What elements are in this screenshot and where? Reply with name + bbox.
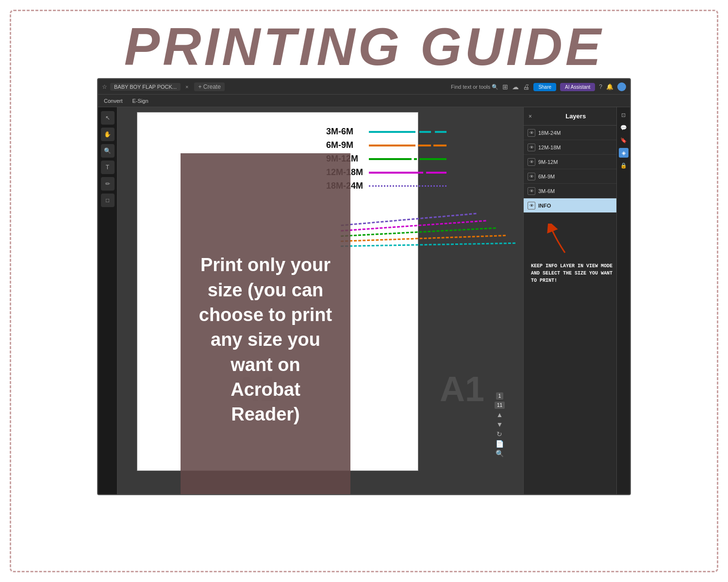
scroll-down-icon[interactable]: ▼ <box>496 420 503 428</box>
shape-tool[interactable]: □ <box>101 194 115 207</box>
lock-icon[interactable]: 🔒 <box>619 161 629 170</box>
screenshot-area: ☆ BABY BOY FLAP POCK... × + Create Find … <box>97 78 631 495</box>
title-area: PRINTING GUIDE <box>11 11 717 78</box>
help-icon: ? <box>599 83 602 90</box>
annotation-area: KEEP INFO LAYER IN VIEW MODE AND SELECT … <box>531 262 613 284</box>
right-icon-bar: ⊡ 💬 🔖 ◈ 🔒 <box>616 107 630 495</box>
size-label-6m9m: 6M-9M <box>326 140 365 150</box>
zoom-tool[interactable]: 🔍 <box>101 144 115 158</box>
user-avatar <box>617 82 626 91</box>
main-content: ↖ ✋ 🔍 T ✏ □ 3M-6M 6M-9M <box>98 107 630 495</box>
text-tool[interactable]: T <box>101 161 115 174</box>
hand-tool[interactable]: ✋ <box>101 128 115 141</box>
line-12m18m <box>369 172 447 174</box>
current-page: 1 <box>496 392 504 400</box>
outer-frame: PRINTING GUIDE ☆ BABY BOY FLAP POCK... ×… <box>10 10 718 572</box>
layer-name-18m24m: 18M-24M <box>538 130 626 136</box>
overlay-text-box: Print only your size (you can choose to … <box>181 153 350 495</box>
layer-info[interactable]: 👁 INFO <box>524 198 630 213</box>
share-button[interactable]: Share <box>533 83 556 91</box>
canvas-area: 3M-6M 6M-9M 9M-12M 12M-18M <box>117 107 523 495</box>
line-18m24m <box>369 185 447 187</box>
layer-12m18m[interactable]: 👁 12M-18M <box>524 140 630 155</box>
layer-name-info: INFO <box>538 203 626 209</box>
layer-eye-9m12m[interactable]: 👁 <box>528 158 535 166</box>
grid-icon: ⊞ <box>502 83 508 91</box>
layers-panel-header: × Layers ... <box>524 107 630 126</box>
star-icon: ☆ <box>102 83 107 90</box>
topbar-right: Find text or tools 🔍 ⊞ ☁ 🖨 Share AI Assi… <box>451 79 626 95</box>
watermark-a1-right: A1 <box>440 369 484 409</box>
line-6m9m <box>369 145 447 146</box>
tab-close-button[interactable]: × <box>185 84 188 90</box>
size-label-3m6m: 3M-6M <box>326 127 365 137</box>
layer-eye-3m6m[interactable]: 👁 <box>528 187 535 195</box>
layer-name-3m6m: 3M-6M <box>538 188 626 194</box>
left-toolbar: ↖ ✋ 🔍 T ✏ □ <box>98 107 117 495</box>
layer-18m24m[interactable]: 👁 18M-24M <box>524 126 630 140</box>
bookmark-icon[interactable]: 🔖 <box>619 135 629 145</box>
layers-panel: ⊡ 💬 🔖 ◈ 🔒 × Layers ... 👁 18M-24M <box>523 107 630 495</box>
layers-icon[interactable]: ◈ <box>619 148 629 158</box>
tab-area: ☆ BABY BOY FLAP POCK... × + Create <box>102 82 225 91</box>
layer-eye-12m18m[interactable]: 👁 <box>528 144 535 151</box>
layer-eye-6m9m[interactable]: 👁 <box>528 173 535 180</box>
line-9m12m <box>369 158 447 160</box>
zoom-in-icon[interactable]: 🔍 <box>496 450 504 457</box>
comment-icon[interactable]: 💬 <box>619 123 629 132</box>
layers-close-button[interactable]: × <box>529 113 532 120</box>
overlay-text: Print only your size (you can choose to … <box>195 253 336 427</box>
bell-icon: 🔔 <box>606 83 613 90</box>
annotation-text: KEEP INFO LAYER IN VIEW MODE AND SELECT … <box>531 262 613 284</box>
tab-add-button[interactable]: + Create <box>194 82 224 91</box>
pattern-lines <box>341 219 515 250</box>
select-tool[interactable]: ↖ <box>101 111 115 125</box>
size-row-6m9m: 6M-9M <box>326 140 447 150</box>
arrow-svg <box>546 224 584 258</box>
total-pages: 11 <box>495 402 505 409</box>
layer-eye-info[interactable]: 👁 <box>528 202 535 210</box>
layer-name-6m9m: 6M-9M <box>538 174 626 179</box>
layer-name-12m18m: 12M-18M <box>538 145 626 150</box>
layers-title: Layers <box>565 113 586 120</box>
adobe-topbar: ☆ BABY BOY FLAP POCK... × + Create Find … <box>98 79 630 95</box>
thumbnail-icon[interactable]: ⊡ <box>619 110 629 120</box>
layer-9m12m[interactable]: 👁 9M-12M <box>524 155 630 169</box>
size-row-3m6m: 3M-6M <box>326 127 447 137</box>
search-bar[interactable]: Find text or tools 🔍 <box>451 84 498 90</box>
layer-6m9m[interactable]: 👁 6M-9M <box>524 169 630 184</box>
menu-esign[interactable]: E-Sign <box>132 98 149 104</box>
print-icon: 🖨 <box>523 83 529 91</box>
menu-convert[interactable]: Convert <box>104 98 123 104</box>
document-icon[interactable]: 📄 <box>496 440 504 448</box>
tab-title[interactable]: BABY BOY FLAP POCK... <box>110 83 181 91</box>
scroll-up-icon[interactable]: ▲ <box>496 411 503 419</box>
layer-eye-18m24m[interactable]: 👁 <box>528 129 535 137</box>
adobe-menubar: Convert E-Sign <box>98 95 630 107</box>
page-numbers: 1 11 ▲ ▼ ↻ 📄 🔍 <box>495 392 505 457</box>
layer-3m6m[interactable]: 👁 3M-6M <box>524 184 630 198</box>
layer-name-9m12m: 9M-12M <box>538 159 626 165</box>
page-title: PRINTING GUIDE <box>124 16 604 76</box>
rotate-icon[interactable]: ↻ <box>496 430 502 438</box>
ai-assistant-button[interactable]: AI Assistant <box>560 83 595 91</box>
cloud-icon: ☁ <box>512 83 519 91</box>
pen-tool[interactable]: ✏ <box>101 177 115 191</box>
line-3m6m <box>369 131 447 133</box>
